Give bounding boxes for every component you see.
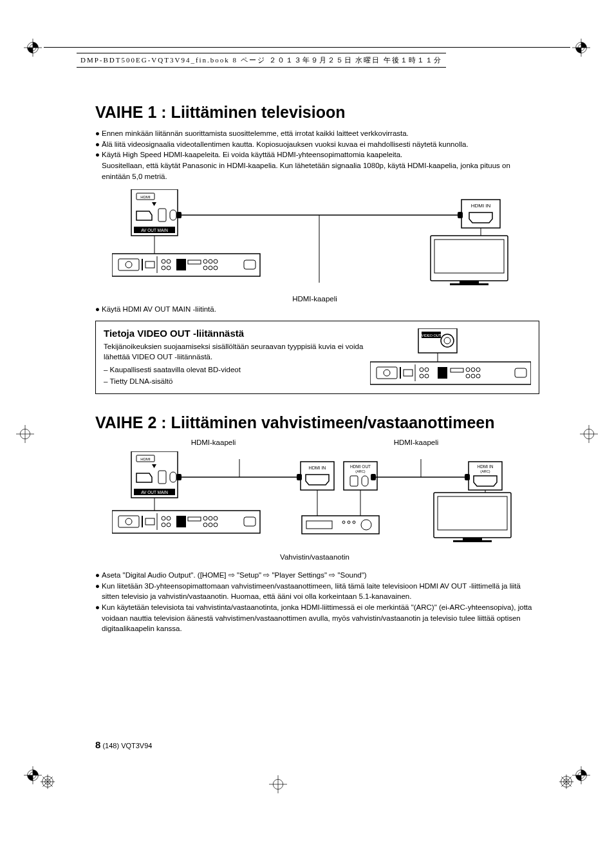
s1-note: Käytä HDMI AV OUT MAIN -liitintä. — [102, 305, 216, 313]
diagram-amp-connection: HDMI AV OUT MAIN — [112, 451, 517, 548]
svg-rect-130 — [176, 474, 181, 480]
videoout-diagram: VIDEO OUT — [370, 328, 531, 386]
svg-rect-86 — [404, 370, 413, 376]
svg-rect-72 — [434, 240, 504, 273]
info-p1: Tekijänoikeuksien suojaamiseksi sisällöl… — [104, 342, 364, 362]
page-footer: 8 (148) VQT3V94 — [95, 739, 152, 750]
svg-rect-93 — [451, 368, 463, 372]
svg-rect-114 — [145, 518, 154, 525]
crop-mark-bm — [269, 775, 287, 793]
svg-rect-150 — [465, 474, 470, 480]
svg-point-94 — [466, 368, 470, 372]
info-title: Tietoja VIDEO OUT -liitännästä — [104, 328, 364, 339]
section2-bullets: ●Aseta "Digital Audio Output". ([HOME] ⇨… — [95, 570, 539, 634]
svg-point-43 — [162, 259, 165, 263]
svg-rect-73 — [460, 281, 479, 283]
svg-rect-106 — [170, 472, 176, 482]
svg-point-144 — [361, 520, 371, 530]
svg-point-98 — [471, 374, 475, 378]
svg-point-145 — [342, 521, 345, 524]
svg-point-124 — [214, 516, 218, 520]
svg-text:HDMI IN: HDMI IN — [309, 466, 326, 470]
svg-rect-40 — [142, 259, 143, 270]
svg-rect-159 — [453, 540, 492, 542]
svg-rect-120 — [176, 516, 186, 527]
crop-mark-wheel-l — [39, 773, 57, 791]
svg-point-122 — [203, 516, 207, 520]
s1-b2: Älä liitä videosignaalia videotallentime… — [102, 139, 469, 150]
svg-text:(ARC): (ARC) — [480, 469, 490, 473]
svg-text:AV OUT   MAIN: AV OUT MAIN — [141, 228, 168, 232]
svg-point-45 — [162, 266, 165, 270]
svg-point-146 — [348, 521, 350, 524]
svg-point-91 — [425, 374, 429, 378]
info-d2: – Tietty DLNA-sisältö — [104, 376, 364, 387]
svg-rect-121 — [188, 517, 201, 521]
svg-rect-105 — [158, 471, 166, 484]
svg-point-54 — [214, 266, 218, 270]
s2-b3: Kun käytetään televisiota tai vahvistint… — [102, 602, 539, 634]
svg-rect-142 — [302, 516, 379, 534]
svg-rect-158 — [463, 538, 482, 540]
crop-mark-ml — [16, 425, 34, 443]
svg-text:(ARC): (ARC) — [355, 469, 365, 473]
svg-point-50 — [209, 259, 212, 263]
svg-rect-48 — [188, 260, 201, 264]
page-ref: (148) VQT3V94 — [102, 742, 152, 750]
svg-marker-104 — [152, 464, 156, 468]
hdmi-cable-label-right: HDMI-kaapeli — [315, 439, 517, 446]
svg-text:VIDEO OUT: VIDEO OUT — [422, 334, 442, 337]
svg-point-123 — [209, 516, 212, 520]
svg-rect-139 — [362, 476, 368, 486]
svg-rect-131 — [297, 474, 302, 480]
svg-rect-113 — [142, 516, 143, 527]
svg-point-96 — [476, 368, 480, 372]
section2-title: VAIHE 2 : Liittäminen vahvistimeen/vasta… — [95, 413, 539, 432]
svg-point-44 — [167, 259, 171, 263]
svg-point-116 — [162, 516, 165, 520]
svg-text:HDMI: HDMI — [140, 457, 151, 461]
videoout-info-box: Tietoja VIDEO OUT -liitännästä Tekijänoi… — [95, 321, 539, 394]
svg-point-127 — [214, 523, 218, 527]
hdmi-cable-label-1: HDMI-kaapeli — [112, 295, 517, 303]
crop-mark-mr — [580, 425, 598, 443]
svg-point-117 — [167, 516, 171, 520]
svg-point-125 — [203, 523, 207, 527]
svg-rect-41 — [145, 261, 154, 268]
svg-rect-83 — [377, 367, 397, 379]
page-number: 8 — [95, 739, 100, 750]
svg-text:HDMI OUT: HDMI OUT — [350, 464, 371, 469]
svg-point-39 — [126, 261, 132, 268]
svg-point-51 — [214, 259, 218, 263]
svg-text:HDMI: HDMI — [140, 195, 151, 199]
svg-rect-92 — [438, 367, 447, 379]
svg-point-52 — [203, 266, 207, 270]
s1-b1: Ennen minkään liitännän suorittamista su… — [102, 128, 409, 139]
svg-rect-66 — [458, 212, 463, 218]
crop-line — [44, 47, 570, 48]
svg-rect-85 — [400, 367, 401, 379]
svg-rect-74 — [450, 283, 488, 285]
s2-b1: Aseta "Digital Audio Output". ([HOME] ⇨ … — [102, 570, 367, 581]
svg-point-95 — [471, 368, 475, 372]
svg-point-118 — [162, 523, 165, 527]
svg-point-112 — [126, 518, 132, 525]
section1-title: VAIHE 1 : Liittäminen televisioon — [95, 103, 539, 122]
svg-point-80 — [444, 337, 451, 344]
amp-label: Vahvistin/vastaanotin — [112, 553, 517, 561]
svg-rect-82 — [370, 362, 531, 384]
svg-point-89 — [425, 368, 429, 372]
svg-marker-59 — [152, 202, 156, 206]
svg-point-147 — [353, 521, 355, 524]
svg-rect-100 — [515, 368, 526, 377]
svg-rect-47 — [176, 259, 186, 270]
svg-rect-156 — [434, 493, 511, 538]
svg-rect-149 — [371, 474, 376, 480]
section1-bullets: ●Ennen minkään liitännän suorittamista s… — [95, 128, 539, 182]
svg-point-49 — [203, 259, 207, 263]
svg-point-88 — [420, 368, 423, 372]
svg-rect-157 — [438, 496, 507, 530]
svg-rect-71 — [431, 236, 508, 281]
svg-text:HDMI IN: HDMI IN — [471, 203, 491, 209]
s1-b3-sub: Suositellaan, että käytät Panasonic in H… — [95, 160, 539, 182]
